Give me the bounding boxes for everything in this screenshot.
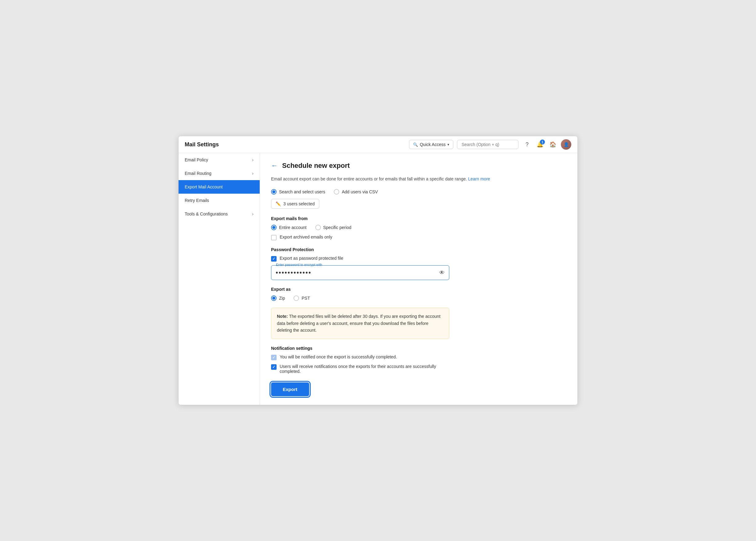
sidebar-item-email-routing[interactable]: Email Routing ›: [179, 167, 260, 180]
topbar-right: 🔍 Quick Access ▾ ? 🔔 1 🏠 👤: [409, 139, 571, 150]
sidebar-item-tools-configurations[interactable]: Tools & Configurations ›: [179, 207, 260, 221]
pst-radio[interactable]: [293, 295, 299, 301]
topbar: Mail Settings 🔍 Quick Access ▾ ? 🔔 1 🏠 👤: [179, 136, 577, 153]
note-text: The exported files will be deleted after…: [277, 314, 440, 332]
zip-radio[interactable]: [271, 295, 276, 301]
back-button[interactable]: ←: [271, 162, 278, 170]
note-box: Note: The exported files will be deleted…: [271, 308, 449, 339]
users-selected-label: 3 users selected: [283, 201, 315, 206]
password-protected-label: Export as password protected file: [280, 256, 343, 261]
notify-admin-label: You will be notified once the export is …: [280, 354, 397, 359]
entire-account-option[interactable]: Entire account: [271, 225, 307, 230]
chevron-right-icon: ›: [252, 171, 253, 176]
sidebar-item-label: Email Policy: [185, 157, 208, 162]
notify-users-label: Users will receive notifications once th…: [280, 364, 440, 374]
search-icon-sm: 🔍: [413, 142, 418, 147]
specific-period-radio[interactable]: [315, 225, 321, 230]
home-button[interactable]: 🏠: [548, 140, 558, 149]
export-archived-label: Export archived emails only: [280, 235, 332, 240]
search-select-users-option[interactable]: Search and select users: [271, 189, 325, 195]
app-title: Mail Settings: [185, 141, 219, 148]
sidebar-item-label: Email Routing: [185, 171, 211, 176]
notification-badge: 1: [540, 140, 545, 145]
content-area: ← Schedule new export Email account expo…: [260, 153, 577, 404]
password-protected-checkbox[interactable]: Export as password protected file: [271, 256, 567, 262]
add-users-csv-label: Add users via CSV: [342, 189, 378, 194]
entire-account-label: Entire account: [279, 225, 307, 230]
sidebar-item-email-policy[interactable]: Email Policy ›: [179, 153, 260, 167]
sidebar-item-label: Tools & Configurations: [185, 212, 228, 217]
main-layout: Email Policy › Email Routing › Export Ma…: [179, 153, 577, 404]
password-protection-section: Password Protection Export as password p…: [271, 247, 567, 280]
password-protected-checkbox-box[interactable]: [271, 256, 276, 262]
pencil-icon: ✏️: [276, 201, 281, 206]
zip-option[interactable]: Zip: [271, 295, 285, 301]
export-from-label: Export mails from: [271, 216, 567, 221]
sidebar-item-export-mail-account[interactable]: Export Mail Account: [179, 180, 260, 194]
learn-more-link[interactable]: Learn more: [468, 177, 490, 181]
chevron-down-icon: ▾: [448, 143, 449, 147]
pst-option[interactable]: PST: [293, 295, 310, 301]
password-protection-label: Password Protection: [271, 247, 567, 252]
page-description: Email account export can be done for ent…: [271, 176, 567, 182]
chevron-right-icon: ›: [252, 157, 253, 162]
notify-users-checkbox-box[interactable]: [271, 364, 276, 370]
chevron-right-icon: ›: [252, 212, 253, 217]
notify-admin-checkbox-box[interactable]: [271, 355, 276, 360]
export-as-radio-group: Zip PST: [271, 295, 567, 301]
app-window: Mail Settings 🔍 Quick Access ▾ ? 🔔 1 🏠 👤: [178, 136, 578, 405]
topbar-icons: ? 🔔 1 🏠 👤: [522, 139, 571, 150]
avatar[interactable]: 👤: [561, 139, 571, 150]
notifications-button[interactable]: 🔔 1: [535, 140, 545, 149]
page-title: Schedule new export: [282, 162, 350, 170]
sidebar-item-retry-emails[interactable]: Retry Emails: [179, 194, 260, 207]
export-from-section: Export mails from Entire account Specifi…: [271, 216, 567, 241]
page-header: ← Schedule new export: [271, 162, 567, 170]
export-archived-checkbox-box[interactable]: [271, 235, 276, 241]
notify-admin-checkbox[interactable]: You will be notified once the export is …: [271, 354, 567, 360]
notification-settings-label: Notification settings: [271, 346, 567, 351]
notify-users-checkbox[interactable]: Users will receive notifications once th…: [271, 364, 567, 374]
entire-account-radio[interactable]: [271, 225, 276, 230]
zip-label: Zip: [279, 296, 285, 300]
export-button-container: Export: [271, 382, 567, 396]
export-as-label: Export as: [271, 287, 567, 292]
add-users-csv-option[interactable]: Add users via CSV: [334, 189, 378, 195]
user-selection-radio-group: Search and select users Add users via CS…: [271, 189, 567, 195]
pst-label: PST: [301, 296, 310, 300]
export-archived-checkbox[interactable]: Export archived emails only: [271, 235, 567, 241]
toggle-password-button[interactable]: 👁: [439, 270, 445, 276]
export-from-radio-group: Entire account Specific period: [271, 225, 567, 230]
export-button[interactable]: Export: [271, 382, 309, 396]
quick-access-label: Quick Access: [420, 142, 446, 147]
quick-access-button[interactable]: 🔍 Quick Access ▾: [409, 140, 453, 149]
back-arrow-icon: ←: [271, 162, 278, 170]
sidebar-item-label: Retry Emails: [185, 198, 209, 203]
export-as-section: Export as Zip PST: [271, 287, 567, 301]
password-value: ••••••••••••: [276, 269, 311, 276]
specific-period-label: Specific period: [323, 225, 352, 230]
specific-period-option[interactable]: Specific period: [315, 225, 352, 230]
notification-settings-section: Notification settings You will be notifi…: [271, 346, 567, 374]
add-users-csv-radio[interactable]: [334, 189, 339, 195]
password-input-wrapper: Enter password to encrypt with •••••••••…: [271, 265, 567, 280]
search-select-users-label: Search and select users: [279, 189, 325, 194]
help-button[interactable]: ?: [522, 140, 532, 149]
search-input[interactable]: [457, 140, 519, 149]
note-prefix: Note:: [277, 314, 288, 319]
users-selected-badge[interactable]: ✏️ 3 users selected: [271, 199, 319, 209]
sidebar-item-label: Export Mail Account: [185, 185, 223, 189]
sidebar: Email Policy › Email Routing › Export Ma…: [179, 153, 260, 404]
search-select-users-radio[interactable]: [271, 189, 276, 195]
